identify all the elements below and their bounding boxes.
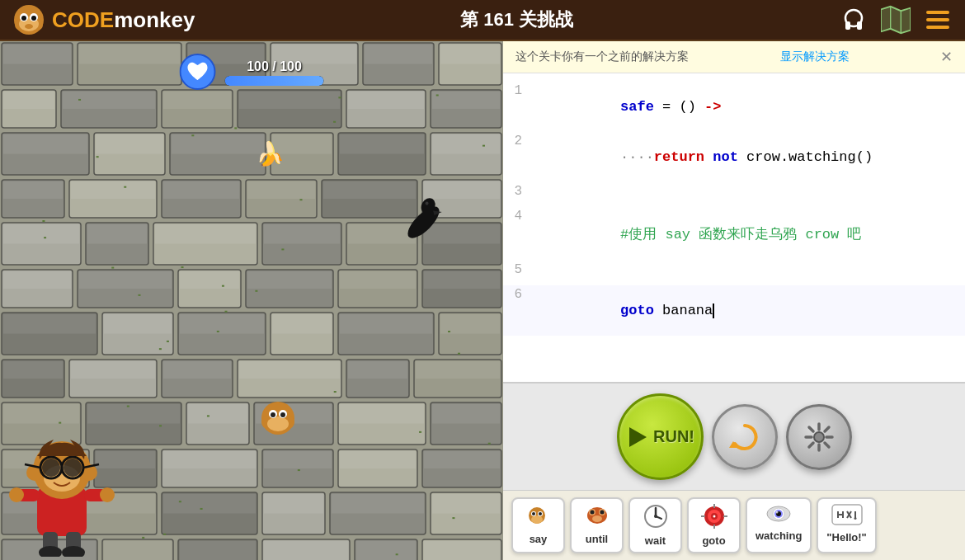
logo-icon bbox=[12, 3, 45, 36]
line-content-6[interactable]: goto banana bbox=[532, 287, 965, 334]
svg-point-27 bbox=[267, 416, 289, 431]
svg-line-62 bbox=[809, 443, 813, 447]
level-title: 第 161 关挑战 bbox=[460, 7, 573, 32]
close-info-button[interactable]: ✕ bbox=[940, 48, 953, 66]
svg-rect-18 bbox=[926, 26, 949, 29]
svg-point-30 bbox=[271, 412, 275, 417]
header-icons bbox=[839, 5, 953, 35]
health-bar: 100 / 100 bbox=[180, 54, 324, 91]
code-line-3: 3 bbox=[503, 182, 965, 207]
info-message: 这个关卡你有一个之前的解决方案 bbox=[515, 49, 689, 64]
code-line-6: 6 goto banana bbox=[503, 285, 965, 336]
snippet-wait[interactable]: wait bbox=[628, 497, 682, 553]
main-character bbox=[8, 425, 115, 560]
svg-rect-94 bbox=[832, 505, 862, 525]
wait-label: wait bbox=[645, 534, 666, 547]
watching-label: watching bbox=[756, 529, 802, 542]
svg-point-36 bbox=[100, 487, 115, 502]
reset-icon bbox=[729, 421, 760, 453]
svg-point-31 bbox=[280, 412, 285, 417]
wait-icon bbox=[643, 504, 668, 532]
line-number-6: 6 bbox=[503, 287, 532, 302]
svg-line-59 bbox=[809, 427, 813, 431]
health-bar-fill bbox=[225, 76, 324, 86]
snippet-goto[interactable]: goto bbox=[687, 497, 741, 553]
svg-rect-11 bbox=[857, 21, 862, 30]
goto-label: goto bbox=[702, 534, 725, 547]
health-bar-background bbox=[225, 76, 324, 86]
hello-icon bbox=[831, 504, 863, 529]
svg-point-80 bbox=[654, 515, 657, 518]
svg-point-70 bbox=[539, 512, 542, 515]
run-button[interactable]: RUN! bbox=[617, 393, 704, 480]
svg-line-61 bbox=[825, 427, 829, 431]
run-label: RUN! bbox=[653, 427, 694, 446]
line-number-5: 5 bbox=[503, 262, 532, 277]
svg-point-6 bbox=[21, 16, 26, 21]
snippet-say[interactable]: say bbox=[511, 497, 565, 553]
code-line-2: 2 ····return not crow.watching() bbox=[503, 132, 965, 182]
until-label: until bbox=[586, 533, 608, 545]
line-content-4[interactable]: #使用 say 函数来吓走乌鸦 crow 吧 bbox=[532, 209, 965, 259]
text-cursor bbox=[713, 304, 714, 318]
svg-point-101 bbox=[854, 517, 856, 520]
svg-point-84 bbox=[713, 515, 715, 518]
svg-marker-52 bbox=[629, 427, 647, 447]
svg-point-76 bbox=[600, 511, 604, 515]
svg-point-8 bbox=[25, 24, 33, 29]
svg-point-7 bbox=[31, 16, 36, 21]
svg-line-60 bbox=[825, 443, 829, 447]
svg-point-44 bbox=[42, 459, 60, 477]
svg-point-50 bbox=[39, 546, 62, 557]
snippet-hello[interactable]: "Hello!" bbox=[817, 497, 876, 553]
logo-area: CODEmonkey bbox=[12, 3, 195, 36]
snippet-until[interactable]: until bbox=[570, 497, 624, 553]
line-number-4: 4 bbox=[503, 209, 532, 224]
info-bar: 这个关卡你有一个之前的解决方案 显示解决方案 ✕ bbox=[503, 41, 965, 73]
code-line-5: 5 bbox=[503, 261, 965, 285]
line-number-2: 2 bbox=[503, 134, 532, 148]
banana: 🍌 bbox=[256, 140, 285, 167]
svg-marker-13 bbox=[881, 7, 911, 33]
snippet-watching[interactable]: watching bbox=[746, 497, 812, 553]
settings-button[interactable] bbox=[786, 404, 852, 470]
reset-button[interactable] bbox=[712, 404, 778, 470]
until-icon bbox=[584, 504, 610, 530]
svg-point-54 bbox=[814, 432, 824, 442]
heart-icon bbox=[180, 54, 217, 91]
svg-point-35 bbox=[9, 487, 24, 502]
health-display: 100 / 100 bbox=[225, 59, 324, 86]
map-icon[interactable] bbox=[881, 5, 911, 35]
header: CODEmonkey 第 161 关挑战 bbox=[0, 0, 965, 41]
play-icon bbox=[625, 426, 648, 449]
gear-icon bbox=[803, 421, 835, 453]
svg-point-74 bbox=[592, 515, 602, 522]
game-panel: 100 / 100 🍌 bbox=[0, 41, 503, 560]
line-content-2[interactable]: ····return not crow.watching() bbox=[532, 134, 965, 181]
snippet-bar: say until bbox=[503, 490, 965, 560]
line-content-1[interactable]: safe = () -> bbox=[532, 83, 965, 130]
code-editor[interactable]: 1 safe = () -> 2 ····return not crow.wat… bbox=[503, 73, 965, 382]
svg-point-69 bbox=[532, 512, 535, 515]
svg-point-93 bbox=[776, 511, 779, 514]
health-text: 100 / 100 bbox=[247, 59, 302, 74]
show-solution-link[interactable]: 显示解决方案 bbox=[780, 49, 850, 64]
svg-point-45 bbox=[64, 459, 82, 477]
goto-icon bbox=[701, 504, 727, 532]
right-panel: 这个关卡你有一个之前的解决方案 显示解决方案 ✕ 1 safe = () -> … bbox=[503, 41, 965, 560]
svg-point-51 bbox=[62, 546, 85, 557]
menu-icon[interactable] bbox=[923, 5, 953, 35]
svg-rect-17 bbox=[926, 18, 949, 21]
action-buttons: RUN! bbox=[503, 382, 965, 490]
svg-rect-16 bbox=[926, 11, 949, 14]
say-label: say bbox=[530, 533, 548, 545]
main-content: 100 / 100 🍌 bbox=[0, 41, 965, 560]
logo-text: CODEmonkey bbox=[52, 7, 195, 33]
code-line-1: 1 safe = () -> bbox=[503, 82, 965, 132]
audio-icon[interactable] bbox=[839, 5, 868, 35]
svg-point-75 bbox=[590, 511, 594, 515]
code-line-4: 4 #使用 say 函数来吓走乌鸦 crow 吧 bbox=[503, 207, 965, 261]
svg-rect-10 bbox=[845, 21, 850, 30]
watching-icon bbox=[765, 504, 792, 527]
say-icon bbox=[525, 504, 552, 530]
